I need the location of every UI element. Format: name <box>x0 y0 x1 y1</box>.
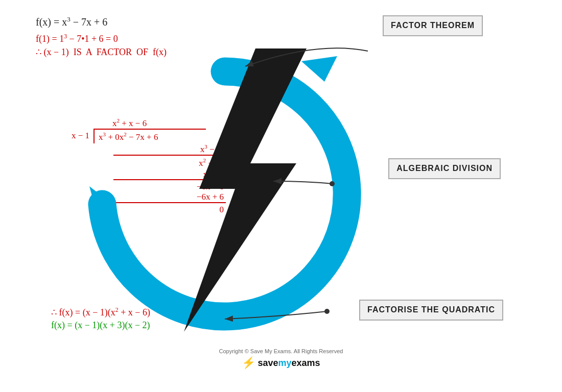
logo-save: save <box>257 358 278 368</box>
step2: x2 − 7x <box>113 157 226 168</box>
quotient: x2 + x − 6 <box>112 117 147 129</box>
factored-form: ∴ f(x) = (x − 1)(x2 + x − 6) <box>51 307 150 318</box>
logo: ⚡ savemyexams <box>0 356 562 370</box>
logo-my: my <box>278 358 291 368</box>
step4: −6x + 6 <box>113 182 226 192</box>
footer: Copyright © Save My Exams. All Rights Re… <box>0 348 562 370</box>
main-equations: f(x) = x3 − 7x + 6 f(1) = 13 − 7•1 + 6 =… <box>36 15 167 58</box>
main-function: f(x) = x3 − 7x + 6 <box>36 15 167 28</box>
fully-factored: f(x) = (x − 1)(x + 3)(x − 2) <box>51 320 150 331</box>
remainder: 0 <box>113 205 226 215</box>
logo-bolt-icon: ⚡ <box>242 356 255 370</box>
factor-theorem-label: FACTOR THEOREM <box>383 15 483 36</box>
divisor: x − 1 <box>72 129 93 144</box>
therefore-factor: ∴ (x − 1) IS A FACTOR OF f(x) <box>36 46 167 58</box>
factor-check: f(1) = 13 − 7•1 + 6 = 0 <box>36 33 167 44</box>
step5: −6x + 6 <box>113 192 226 202</box>
logo-exams: exams <box>292 358 320 368</box>
long-division-content: x2 + x − 6 x − 1 x3 + 0x2 − 7x + 6 x3 − … <box>72 117 226 215</box>
svg-point-6 <box>330 181 335 186</box>
step3: x2 − x <box>113 168 226 180</box>
algebraic-division-label: ALGEBRAIC DIVISION <box>388 158 501 179</box>
main-container: f(x) = x3 − 7x + 6 f(1) = 13 − 7•1 + 6 =… <box>0 0 562 392</box>
bottom-equations: ∴ f(x) = (x − 1)(x2 + x − 6) f(x) = (x −… <box>51 307 150 331</box>
logo-text: savemyexams <box>257 358 320 369</box>
svg-point-7 <box>324 309 330 314</box>
dividend: x3 + 0x2 − 7x + 6 <box>93 129 206 144</box>
long-division: x2 + x − 6 x − 1 x3 + 0x2 − 7x + 6 x3 − … <box>72 117 226 215</box>
factorise-label: FACTORISE THE QUADRATIC <box>359 300 503 321</box>
copyright-text: Copyright © Save My Exams. All Rights Re… <box>0 348 562 354</box>
step1: x3 − x2 <box>113 143 226 155</box>
svg-marker-0 <box>301 56 337 82</box>
